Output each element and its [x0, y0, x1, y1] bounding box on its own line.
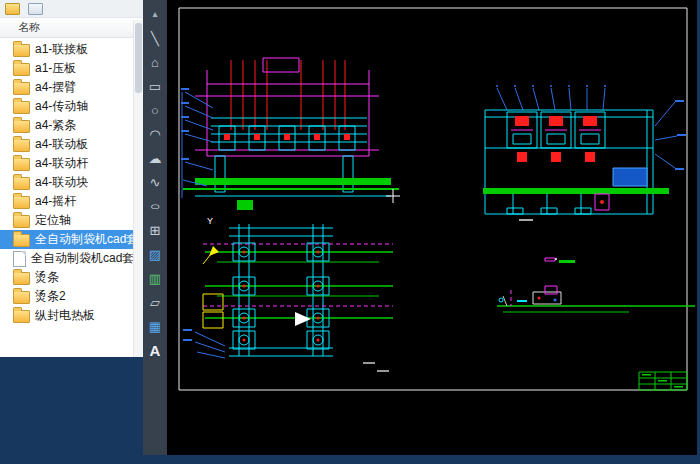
tool-revcloud-button[interactable]: ☁: [143, 146, 167, 170]
window-icon[interactable]: [28, 3, 43, 15]
file-name: a4-联动杆: [35, 155, 88, 172]
cad-drawing-canvas[interactable]: Y: [167, 0, 697, 455]
list-item[interactable]: a4-联动块: [0, 173, 143, 192]
file-name: a4-紧条: [35, 117, 76, 134]
file-list: a1-联接板 a1-压板 a4-摆臂 a4-传动轴 a4-紧条 a4-联动板 a…: [0, 38, 143, 325]
hatch-icon: ▨: [149, 248, 161, 261]
side-view-drawing: [483, 85, 686, 221]
column-header-name[interactable]: 名称: [0, 18, 143, 38]
file-name: a4-联动板: [35, 136, 88, 153]
gradient-icon: ▥: [149, 272, 161, 285]
draw-toolbar: ▴ ╲ ⌂ ▭ ○ ◠ ☁ ∿ ○ ⊞ ▨ ▥ ▱ ▦ A: [143, 0, 167, 464]
tool-line-button[interactable]: ╲: [143, 26, 167, 50]
list-item[interactable]: a4-摆臂: [0, 78, 143, 97]
arc-icon: ◠: [149, 128, 160, 141]
file-name: 全自动制袋机cad套: [35, 231, 138, 248]
region-icon: ▱: [150, 296, 160, 309]
direction-label-y: Y: [207, 216, 213, 226]
table-icon: ▦: [149, 320, 161, 333]
tool-ellipse-button[interactable]: ○: [143, 194, 167, 218]
folder-icon[interactable]: [5, 3, 20, 15]
folder-icon: [13, 158, 30, 171]
insert-block-icon: ⊞: [150, 224, 161, 237]
file-name: a1-联接板: [35, 41, 88, 58]
folder-icon: [13, 234, 30, 247]
list-item[interactable]: 定位轴: [0, 211, 143, 230]
folder-icon: [13, 120, 30, 133]
tool-scroll-up-button[interactable]: ▴: [143, 2, 167, 26]
document-icon: [13, 251, 26, 267]
tool-circle-button[interactable]: ○: [143, 98, 167, 122]
file-name: a4-摆臂: [35, 79, 76, 96]
list-item[interactable]: a4-传动轴: [0, 97, 143, 116]
file-name: 全自动制袋机cad套: [31, 250, 134, 267]
rectangle-icon: ▭: [149, 80, 161, 93]
line-icon: ╲: [151, 32, 159, 45]
status-strip: [0, 455, 700, 464]
list-item[interactable]: 纵封电热板: [0, 306, 143, 325]
circle-icon: ○: [151, 104, 159, 117]
file-name: a1-压板: [35, 60, 76, 77]
scroll-up-icon: ▴: [152, 9, 157, 19]
tool-insert-block-button[interactable]: ⊞: [143, 218, 167, 242]
folder-icon: [13, 272, 30, 285]
front-view-drawing: [181, 58, 399, 210]
scrollbar-thumb[interactable]: [135, 23, 142, 93]
list-item-selected[interactable]: 全自动制袋机cad套: [0, 230, 143, 249]
tool-hatch-button[interactable]: ▨: [143, 242, 167, 266]
title-block: [639, 372, 687, 390]
folder-icon: [13, 82, 30, 95]
list-item[interactable]: a1-压板: [0, 59, 143, 78]
list-item[interactable]: 烫条2: [0, 287, 143, 306]
file-name: 纵封电热板: [35, 307, 95, 324]
tool-spline-button[interactable]: ∿: [143, 170, 167, 194]
tool-rectangle-button[interactable]: ▭: [143, 74, 167, 98]
list-item[interactable]: a4-联动杆: [0, 154, 143, 173]
cad-drawing: Y: [167, 0, 697, 455]
file-name: 定位轴: [35, 212, 71, 229]
plan-view-drawing: Y: [183, 189, 400, 372]
sealing-bar-view: [497, 286, 695, 312]
file-name: a4-传动轴: [35, 98, 88, 115]
tool-region-button[interactable]: ▱: [143, 290, 167, 314]
folder-icon: [13, 63, 30, 76]
revision-cloud-icon: ☁: [149, 152, 162, 165]
list-item[interactable]: a4-摇杆: [0, 192, 143, 211]
tool-text-button[interactable]: A: [143, 338, 167, 362]
folder-icon: [13, 291, 30, 304]
folder-icon: [13, 139, 30, 152]
detail-callout: [545, 258, 575, 263]
text-icon: A: [150, 343, 161, 358]
list-item[interactable]: a1-联接板: [0, 40, 143, 59]
folder-icon: [13, 215, 30, 228]
folder-icon: [13, 177, 30, 190]
tool-polygon-button[interactable]: ⌂: [143, 50, 167, 74]
ellipse-icon: ○: [149, 201, 160, 211]
file-name: 烫条2: [35, 288, 66, 305]
folder-icon: [13, 310, 30, 323]
file-name: a4-摇杆: [35, 193, 76, 210]
cad-application-window: 名称 a1-联接板 a1-压板 a4-摆臂 a4-传动轴 a4-紧条 a4-联动…: [0, 0, 700, 464]
list-item[interactable]: a4-联动板: [0, 135, 143, 154]
folder-icon: [13, 101, 30, 114]
tool-table-button[interactable]: ▦: [143, 314, 167, 338]
file-explorer-panel: 名称 a1-联接板 a1-压板 a4-摆臂 a4-传动轴 a4-紧条 a4-联动…: [0, 0, 143, 357]
spline-icon: ∿: [150, 176, 161, 189]
file-panel-scrollbar[interactable]: [133, 20, 143, 357]
polygon-icon: ⌂: [151, 56, 159, 69]
file-name: 烫条: [35, 269, 59, 286]
tool-gradient-button[interactable]: ▥: [143, 266, 167, 290]
list-item[interactable]: 烫条: [0, 268, 143, 287]
folder-icon: [13, 196, 30, 209]
folder-icon: [13, 44, 30, 57]
explorer-toolbar: [0, 0, 143, 18]
column-header-label: 名称: [18, 20, 40, 35]
list-item[interactable]: 全自动制袋机cad套: [0, 249, 143, 268]
tool-arc-button[interactable]: ◠: [143, 122, 167, 146]
file-name: a4-联动块: [35, 174, 88, 191]
list-item[interactable]: a4-紧条: [0, 116, 143, 135]
